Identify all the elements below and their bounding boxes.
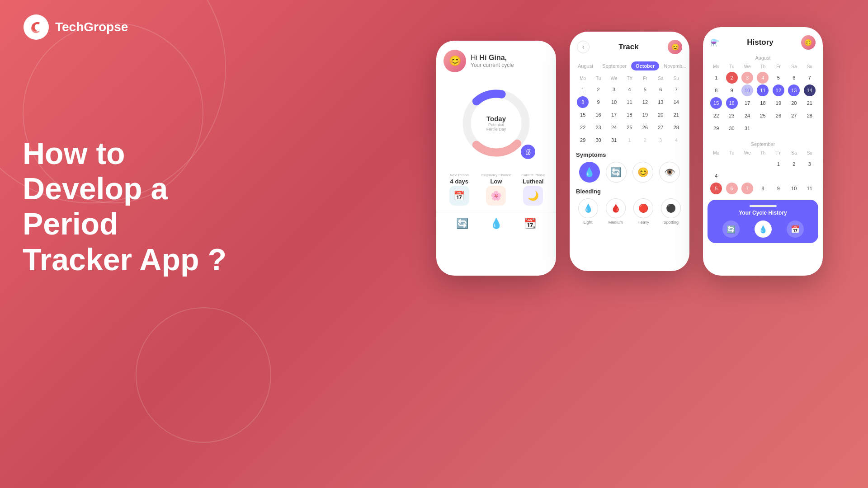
filter-icon[interactable]: ⚗️	[710, 38, 719, 47]
cycle-history-nav: 🔄 💧 📅	[715, 221, 811, 238]
bleed-medium: 🩸 Medium	[606, 198, 626, 225]
september-title: September	[703, 140, 823, 148]
calendar-nav-icon[interactable]: 📆	[524, 218, 536, 230]
symptom-mood[interactable]: 😊	[632, 162, 653, 183]
cal-week-1: 1 2 3 4 5 6 7	[575, 84, 684, 95]
main-title: How to Develop a Period Tracker App ?	[23, 136, 226, 277]
history-august-calendar: Mo Tu We Th Fr Sa Su 1 2 3 4 5 6 7	[703, 61, 823, 136]
cal-week-2: 8 9 10 11 12 13 14	[575, 96, 684, 108]
phone3-header: ⚗️ History 😊	[703, 27, 823, 53]
calendar-icon: 📅	[449, 186, 469, 206]
aug-days-header: Mo Tu We Th Fr Sa Su	[708, 63, 817, 70]
symptom-eye[interactable]: 👁️	[659, 162, 680, 183]
month-august[interactable]: August	[573, 61, 598, 70]
day-badge: Day 10	[521, 145, 535, 159]
month-selector: August September October Novemb...	[570, 59, 689, 73]
phone-history: ⚗️ History 😊 August Mo Tu We Th Fr Sa Su…	[703, 27, 823, 276]
bleed-medium-icon[interactable]: 🩸	[606, 198, 626, 218]
symptom-drop[interactable]: 💧	[579, 162, 600, 183]
calendar-weeks: 1 2 3 4 5 6 7 8 9 10 11 12 13 14	[575, 84, 684, 146]
sep-weeks: 1 2 3 4 5 6 7 8 9 10 11	[708, 158, 817, 194]
track-avatar: 😊	[668, 40, 682, 54]
history-title: History	[747, 38, 774, 47]
cycle-history-label: Your Cycle History	[715, 210, 811, 216]
bleeding-title: Bleeding	[570, 184, 689, 197]
pregnancy-icon: 🌸	[486, 186, 506, 206]
bleed-light: 💧 Light	[578, 198, 598, 225]
history-september-calendar: Mo Tu We Th Fr Sa Su 1 2 3 4	[703, 148, 823, 196]
greeting-line1: Hi Hi Gina,	[471, 54, 514, 62]
phone1-header: 😊 Hi Hi Gina, Your current cycle	[436, 41, 556, 77]
symptoms-row: 💧 🔄 😊 👁️	[570, 160, 689, 184]
aug-weeks: 1 2 3 4 5 6 7 8 9 10 11 12 13 14	[708, 72, 817, 134]
august-title: August	[703, 53, 823, 61]
greeting: Hi Hi Gina, Your current cycle	[471, 54, 514, 68]
cycle-donut-chart: Today Potential Fertile Day Day 10	[436, 79, 556, 167]
cycle-calendar-icon[interactable]: 📅	[787, 221, 804, 238]
user-avatar: 😊	[443, 50, 466, 72]
phone-track: ‹ Track 😊 August September October Novem…	[570, 32, 689, 271]
stat-next-period: Next Period 4 days 📅	[443, 173, 476, 206]
phone-cycle-tracker: 😊 Hi Hi Gina, Your current cycle Today P…	[436, 41, 556, 276]
month-november[interactable]: Novemb...	[659, 61, 689, 70]
phase-icon: 🌙	[523, 186, 543, 206]
symptoms-title: Symptoms	[570, 148, 689, 160]
stat-pregnancy: Pegnancy Chance Low 🌸	[480, 173, 513, 206]
cal-week-5: 29 30 31 1 2 3 4	[575, 134, 684, 146]
track-title: Track	[618, 42, 638, 52]
track-calendar: Mo Tu We Th Fr Sa Su 1 2 3 4 5 6 7	[570, 73, 689, 148]
month-september[interactable]: September	[598, 61, 631, 70]
banner-divider	[750, 205, 777, 207]
bleed-heavy-icon[interactable]: 🔴	[633, 198, 653, 218]
bleed-heavy: 🔴 Heavy	[633, 198, 653, 225]
cal-week-3: 15 16 17 18 19 20 21	[575, 109, 684, 121]
svg-point-0	[24, 14, 49, 40]
donut-center-text: Today Potential Fertile Day	[486, 115, 506, 131]
phones-container: 😊 Hi Hi Gina, Your current cycle Today P…	[436, 27, 823, 276]
sep-days-header: Mo Tu We Th Fr Sa Su	[708, 150, 817, 156]
refresh-nav-icon[interactable]: 🔄	[456, 218, 468, 230]
cycle-refresh-icon[interactable]: 🔄	[722, 221, 740, 238]
bg-decoration-3	[136, 307, 271, 443]
bleed-spotting-icon[interactable]: ⚫	[661, 198, 681, 218]
header: TechGropse	[23, 14, 128, 41]
cal-week-4: 22 23 24 25 26 27 28	[575, 122, 684, 133]
drop-nav-icon[interactable]: 💧	[490, 218, 502, 230]
month-october[interactable]: October	[631, 61, 659, 70]
bleed-spotting: ⚫ Spotting	[661, 198, 681, 225]
back-button[interactable]: ‹	[577, 41, 590, 53]
phone1-bottom-nav: 🔄 💧 📆	[436, 212, 556, 237]
stats-row: Next Period 4 days 📅 Pegnancy Chance Low…	[436, 169, 556, 209]
history-avatar: 😊	[801, 35, 816, 50]
logo-text: TechGropse	[55, 20, 128, 34]
bleed-light-icon[interactable]: 💧	[578, 198, 598, 218]
symptom-cycle[interactable]: 🔄	[606, 162, 627, 183]
cycle-drop-icon[interactable]: 💧	[755, 221, 772, 238]
phone2-header: ‹ Track 😊	[570, 32, 689, 59]
greeting-sub: Your current cycle	[471, 62, 514, 68]
stat-phase: Current Phase Lutheal 🌙	[516, 173, 550, 206]
cycle-history-banner: Your Cycle History 🔄 💧 📅	[708, 200, 818, 243]
calendar-header: Mo Tu We Th Fr Sa Su	[575, 75, 684, 82]
bleeding-row: 💧 Light 🩸 Medium 🔴 Heavy ⚫ Spotting	[570, 197, 689, 229]
techgropse-logo-icon	[23, 14, 50, 41]
